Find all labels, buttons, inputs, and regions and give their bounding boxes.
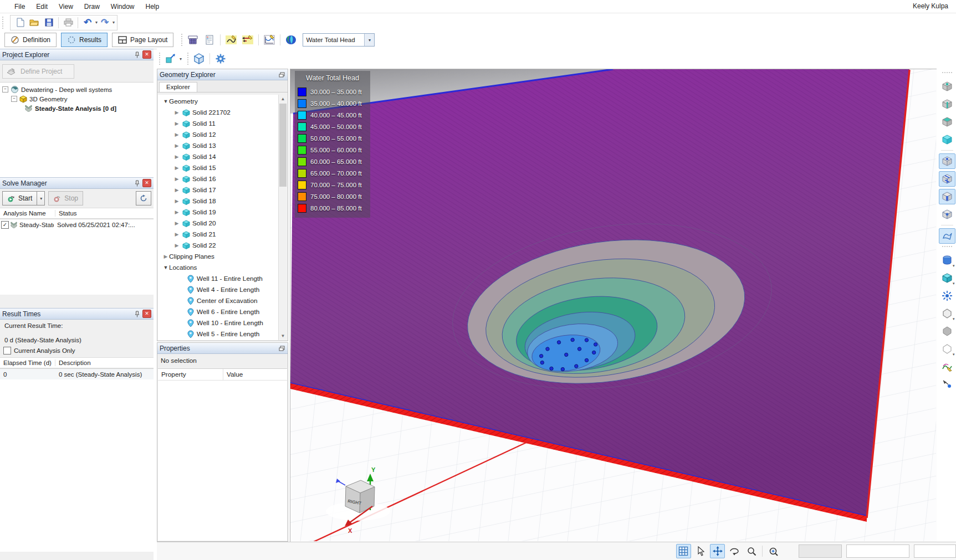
location-row[interactable]: Well 1 - Entire Length	[158, 340, 279, 340]
value-column[interactable]: Value	[223, 371, 287, 378]
location-row[interactable]: Well 5 - Entire Length	[158, 328, 279, 340]
scroll-up-icon[interactable]: ▲	[279, 95, 287, 103]
orbit-tool-button[interactable]	[727, 544, 742, 558]
analysis-row[interactable]: ✓ Steady-State... Solved 05/25/2021 02:4…	[0, 219, 154, 230]
report-button[interactable]	[202, 33, 217, 47]
collapse-icon[interactable]: −	[11, 96, 17, 102]
chevron-right-icon[interactable]: ▶	[173, 132, 180, 137]
pin-icon[interactable]	[134, 52, 141, 58]
show-solid-faces-button[interactable]	[939, 114, 955, 130]
right-toolbar-grip[interactable]	[942, 72, 952, 75]
right-toolbar-grip[interactable]	[942, 246, 952, 249]
float-panel-icon[interactable]	[278, 345, 285, 352]
define-project-button[interactable]: Define Project	[2, 64, 74, 79]
solid-row[interactable]: ▶ Solid 15	[158, 162, 279, 173]
chevron-right-icon[interactable]: ▶	[173, 176, 180, 182]
show-mesh-faces-button[interactable]	[939, 189, 955, 204]
region-display-button[interactable]: ▾	[939, 270, 955, 286]
draw-flux-section-button[interactable]	[939, 359, 955, 374]
polygon-outline-button[interactable]: ▾	[939, 306, 955, 321]
solid-row[interactable]: ▶ Solid 12	[158, 129, 279, 140]
menu-item[interactable]: Help	[140, 3, 165, 11]
new-file-button[interactable]	[13, 17, 27, 29]
solid-row[interactable]: ▶ Solid 221702	[158, 107, 279, 118]
chevron-right-icon[interactable]: ▶	[173, 243, 180, 248]
zoom-tool-button[interactable]	[744, 544, 759, 558]
select-point-button[interactable]	[939, 377, 955, 392]
lighting-button[interactable]	[939, 288, 955, 304]
current-analysis-only-row[interactable]: Current Analysis Only	[0, 343, 154, 357]
refresh-button[interactable]	[136, 191, 151, 205]
open-file-button[interactable]	[28, 17, 41, 29]
show-solids-button[interactable]	[939, 132, 955, 147]
viewport-3d[interactable]: RIGHT Y X Water Total Head 30.000 – 35.0…	[290, 69, 937, 542]
status-column[interactable]: Status	[55, 210, 154, 217]
property-column[interactable]: Property	[158, 369, 223, 380]
show-isosurface-button[interactable]	[939, 228, 955, 244]
polygon-clear-button[interactable]: ▾	[939, 341, 955, 357]
show-mesh-solids-button[interactable]	[939, 207, 955, 222]
solid-row[interactable]: ▶ Solid 13	[158, 140, 279, 151]
menu-item[interactable]: File	[9, 3, 30, 11]
solid-row[interactable]: ▶ Solid 18	[158, 196, 279, 207]
show-solid-vertices-button[interactable]	[939, 79, 955, 94]
chevron-right-icon[interactable]: ▶	[173, 143, 180, 148]
redo-button[interactable]: ↷	[98, 17, 111, 29]
explorer-tab[interactable]: Explorer	[159, 82, 197, 92]
collapse-icon[interactable]: −	[2, 86, 8, 93]
ribbon-grip[interactable]	[181, 34, 185, 46]
result-variable-combobox[interactable]: Water Total Head ▾	[303, 33, 375, 47]
close-icon[interactable]: ✕	[142, 310, 151, 318]
stop-button[interactable]: Stop	[48, 191, 83, 205]
geometry-tree-scrollbar[interactable]: ▲ ▼	[278, 95, 287, 340]
contour-results-button[interactable]	[284, 33, 298, 47]
current-analysis-only-checkbox[interactable]	[3, 347, 11, 355]
select-tool-button[interactable]	[693, 544, 708, 558]
project-root-row[interactable]: − Dewatering - Deep well systems	[2, 85, 154, 94]
location-row[interactable]: Well 10 - Entire Length	[158, 317, 279, 328]
chevron-right-icon[interactable]: ▶	[162, 254, 169, 259]
menu-item[interactable]: View	[53, 3, 79, 11]
show-mesh-nodes-button[interactable]	[939, 153, 955, 169]
tab-results[interactable]: Results	[61, 33, 108, 47]
close-icon[interactable]: ✕	[142, 179, 151, 187]
solid-row[interactable]: ▶ Solid 17	[158, 184, 279, 196]
toolbar-grip[interactable]	[2, 17, 6, 29]
tab-page-layout[interactable]: Page Layout	[112, 33, 173, 47]
view-toolbar-grip[interactable]	[187, 53, 191, 65]
pin-icon[interactable]	[134, 311, 141, 317]
scroll-down-icon[interactable]: ▼	[279, 332, 287, 340]
solid-row[interactable]: ▶ Solid 21	[158, 229, 279, 240]
zoom-window-button[interactable]	[766, 544, 781, 558]
polygon-filled-button[interactable]	[939, 323, 955, 339]
start-button[interactable]: Start	[2, 191, 37, 205]
elapsed-time-column[interactable]: Elapsed Time (d)	[0, 359, 55, 366]
show-mesh-edges-button[interactable]	[939, 171, 955, 187]
location-row[interactable]: Center of Excavation	[158, 295, 279, 306]
geometry-root-row[interactable]: ▼ Geometry	[158, 96, 279, 107]
scrollbar-thumb[interactable]	[279, 104, 287, 187]
combobox-dropdown-icon[interactable]: ▾	[364, 34, 374, 46]
solid-row[interactable]: ▶ Solid 11	[158, 118, 279, 129]
chevron-right-icon[interactable]: ▶	[173, 220, 180, 226]
chevron-right-icon[interactable]: ▶	[173, 232, 180, 237]
save-button[interactable]	[42, 17, 55, 29]
isometric-view-button[interactable]	[192, 52, 206, 65]
chevron-right-icon[interactable]: ▶	[173, 110, 180, 115]
chevron-down-icon[interactable]: ▼	[162, 99, 169, 104]
solid-row[interactable]: ▶ Solid 14	[158, 151, 279, 162]
pan-tool-button[interactable]	[710, 544, 725, 558]
solid-row[interactable]: ▶ Solid 22	[158, 240, 279, 251]
location-row[interactable]: Well 4 - Entire Length	[158, 284, 279, 295]
chevron-right-icon[interactable]: ▶	[173, 121, 180, 126]
flux-section-button[interactable]	[186, 33, 200, 47]
float-panel-icon[interactable]	[278, 71, 285, 78]
geometry-node-row[interactable]: − 3D Geometry	[11, 94, 154, 104]
result-time-row[interactable]: 0 0 sec (Steady-State Analysis)	[0, 369, 154, 379]
close-icon[interactable]: ✕	[142, 50, 151, 59]
analysis-node-row[interactable]: Steady-State Analysis [0 d]	[24, 104, 154, 113]
show-solid-edges-button[interactable]	[939, 96, 955, 112]
location-row[interactable]: Well 11 - Entire Length	[158, 273, 279, 284]
undo-dropdown[interactable]: ▾	[95, 20, 98, 25]
print-button[interactable]	[62, 17, 75, 29]
